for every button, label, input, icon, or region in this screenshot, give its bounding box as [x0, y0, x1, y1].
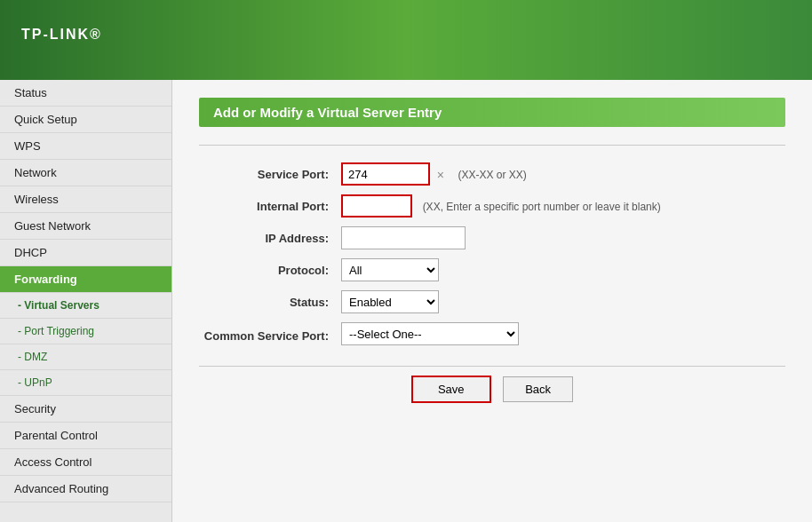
protocol-field: AllTCPUDPTCP/UDP	[341, 254, 785, 286]
sidebar-item-virtual-servers[interactable]: - Virtual Servers	[0, 293, 171, 319]
back-button[interactable]: Back	[503, 376, 573, 402]
form-table: Service Port: × (XX-XX or XX) Internal P…	[199, 158, 785, 350]
service-port-clear-button[interactable]: ×	[434, 168, 448, 182]
service-port-row: Service Port: × (XX-XX or XX)	[199, 158, 785, 190]
service-port-input[interactable]	[341, 162, 430, 186]
service-port-hint: (XX-XX or XX)	[458, 169, 526, 181]
sidebar-item-guest-network[interactable]: Guest Network	[0, 213, 171, 240]
status-select[interactable]: EnabledDisabled	[341, 290, 439, 313]
sidebar-item-status[interactable]: Status	[0, 80, 171, 107]
sidebar-item-port-triggering[interactable]: - Port Triggering	[0, 319, 171, 344]
sidebar-item-wps[interactable]: WPS	[0, 133, 171, 160]
common-service-label: Common Service Port:	[199, 318, 341, 350]
sidebar-item-network[interactable]: Network	[0, 160, 171, 186]
internal-port-hint: (XX, Enter a specific port number or lea…	[423, 201, 661, 213]
common-service-row: Common Service Port: --Select One--FTPHT…	[199, 318, 785, 350]
internal-port-row: Internal Port: (XX, Enter a specific por…	[199, 190, 785, 222]
protocol-row: Protocol: AllTCPUDPTCP/UDP	[199, 254, 785, 286]
sidebar-item-dhcp[interactable]: DHCP	[0, 240, 171, 266]
ip-address-field	[341, 222, 785, 254]
sidebar-item-quick-setup[interactable]: Quick Setup	[0, 107, 171, 133]
main-layout: StatusQuick SetupWPSNetworkWirelessGuest…	[0, 80, 812, 522]
status-field: EnabledDisabled	[341, 286, 785, 318]
status-row: Status: EnabledDisabled	[199, 286, 785, 318]
ip-address-input[interactable]	[341, 226, 466, 249]
ip-address-label: IP Address:	[199, 222, 341, 254]
ip-address-row: IP Address:	[199, 222, 785, 254]
sidebar-item-upnp[interactable]: - UPnP	[0, 370, 171, 396]
internal-port-input[interactable]	[341, 194, 412, 218]
sidebar-item-security[interactable]: Security	[0, 396, 171, 423]
status-label: Status:	[199, 286, 341, 318]
logo-mark: ®	[90, 27, 102, 42]
sidebar-item-wireless[interactable]: Wireless	[0, 186, 171, 213]
common-service-field: --Select One--FTPHTTPHTTPSSMTPPOP3DNSTEL…	[341, 318, 785, 350]
sidebar-item-forwarding[interactable]: Forwarding	[0, 266, 171, 293]
divider-top	[199, 145, 785, 146]
content-area: Add or Modify a Virtual Server Entry Ser…	[172, 80, 812, 522]
page-title: Add or Modify a Virtual Server Entry	[199, 98, 785, 127]
sidebar-item-parental-control[interactable]: Parental Control	[0, 423, 171, 449]
header: TP-LINK®	[0, 0, 812, 80]
sidebar: StatusQuick SetupWPSNetworkWirelessGuest…	[0, 80, 172, 522]
button-row: Save Back	[199, 366, 785, 403]
logo: TP-LINK®	[21, 21, 102, 59]
sidebar-item-advanced-routing[interactable]: Advanced Routing	[0, 476, 171, 502]
protocol-label: Protocol:	[199, 254, 341, 286]
protocol-select[interactable]: AllTCPUDPTCP/UDP	[341, 258, 439, 281]
internal-port-field: (XX, Enter a specific port number or lea…	[341, 190, 785, 222]
sidebar-item-dmz[interactable]: - DMZ	[0, 344, 171, 370]
save-button[interactable]: Save	[411, 376, 491, 403]
internal-port-label: Internal Port:	[199, 190, 341, 222]
service-port-field: × (XX-XX or XX)	[341, 158, 785, 190]
common-service-select[interactable]: --Select One--FTPHTTPHTTPSSMTPPOP3DNSTEL…	[341, 322, 519, 345]
service-port-label: Service Port:	[199, 158, 341, 190]
sidebar-item-access-control[interactable]: Access Control	[0, 449, 171, 476]
